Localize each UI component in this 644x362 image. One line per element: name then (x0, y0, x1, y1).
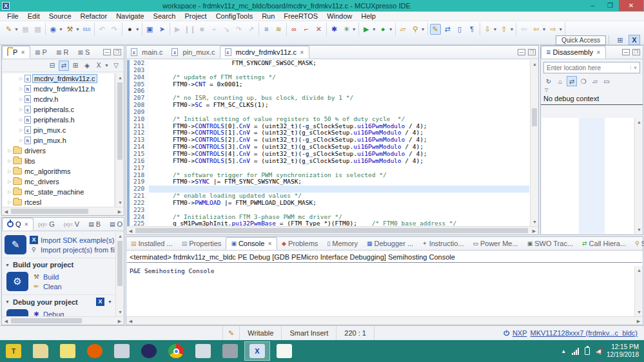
tray-expand-icon[interactable]: ▲ (561, 348, 566, 354)
tree-item-mc_drivers[interactable]: ▷mc_drivers (3, 176, 114, 187)
save-icon[interactable]: ▦ (20, 24, 31, 35)
tab-disassembly[interactable]: ≣ Disassembly ✕ (541, 46, 606, 59)
debug-section-header[interactable]: ▼Debug your project X ▼ (3, 294, 115, 308)
link-with-editor-icon[interactable]: ⇄ (59, 61, 69, 71)
console-hscrollbar[interactable]: ◀▶ (126, 316, 643, 325)
tree-expander-icon[interactable]: ▷ (6, 158, 13, 164)
home-icon[interactable]: ⌂ (555, 76, 565, 86)
tab-properties[interactable]: ▤Properties (177, 237, 226, 250)
tab-global-variables[interactable]: (x)=G (34, 218, 59, 231)
terminal-app-icon[interactable]: T (1, 341, 26, 361)
editor-mode-icon[interactable]: ✎ (222, 326, 240, 340)
find-icon[interactable]: ❍ (578, 76, 589, 86)
tree-item-mc_algorithms[interactable]: ▷mc_algorithms (3, 166, 114, 176)
tree-item-pin_mux.c[interactable]: ▷cpin_mux.c (3, 125, 114, 135)
refresh-icon[interactable]: ↻ (543, 76, 554, 86)
next-annotation-icon-dropdown[interactable]: ▼ (493, 27, 498, 32)
build-hammer-icon[interactable]: ⚒ (64, 24, 75, 35)
quickstart-vscrollbar[interactable]: ▲▼ (115, 232, 124, 316)
file-explorer-icon[interactable] (28, 341, 54, 361)
sdk-globe-icon[interactable]: ◉ (48, 24, 59, 35)
profile-icon[interactable]: ● (378, 24, 389, 35)
filter-icon[interactable]: ◈ (82, 61, 92, 71)
back-history-icon-dropdown[interactable]: ▼ (542, 27, 546, 32)
location-input[interactable] (544, 64, 630, 71)
tree-expander-icon[interactable]: ▷ (18, 86, 24, 91)
mcux-x-icon-dropdown[interactable]: ▼ (104, 63, 109, 68)
build-link[interactable]: Build (43, 273, 59, 281)
develop-perspective-icon[interactable]: X (629, 35, 640, 45)
editor-tab-main.c[interactable]: cmain.c (126, 46, 167, 59)
editor-tab-pin_mux.c[interactable]: cpin_mux.c (167, 46, 219, 59)
back-history-icon[interactable]: ⇦ (531, 24, 542, 35)
editor-minimize-icon[interactable]: — (518, 49, 525, 55)
debug-link[interactable]: Debug (43, 310, 64, 317)
tree-expander-icon[interactable]: ▷ (18, 107, 24, 112)
tree-item-peripherals.h[interactable]: ▷hperipherals.h (3, 115, 114, 125)
project-tree-hscrollbar[interactable]: ◀▶ (2, 207, 124, 215)
tree-expander-icon[interactable]: ▷ (6, 179, 13, 184)
text-editor-icon[interactable] (271, 341, 297, 361)
menu-item-refactor[interactable]: Refactor (76, 12, 112, 20)
console-output[interactable]: P&E Semihosting Console (127, 266, 634, 316)
console-vscrollbar[interactable]: ▲▼ (634, 266, 643, 316)
chrome-icon[interactable] (163, 341, 189, 361)
editor-vscrollbar[interactable]: ▲▼ (530, 60, 538, 226)
disassembly-maximize-icon[interactable]: ❐ (632, 49, 640, 55)
disassembly-tab-close-icon[interactable]: ✕ (596, 50, 601, 55)
tree-expander-icon[interactable]: ▷ (6, 189, 13, 195)
save-all-icon[interactable]: ▩ (32, 24, 43, 35)
tree-item-rtcesl[interactable]: ▷rtcesl (3, 197, 114, 207)
new-wizard-icon-dropdown[interactable]: ▼ (14, 27, 19, 32)
location-dropdown-icon[interactable]: ∨ (630, 65, 639, 70)
mcux-x-icon[interactable]: X (93, 61, 104, 71)
step-return-icon[interactable]: ↗ (246, 24, 257, 35)
tab-problems[interactable]: ◆Problems (277, 237, 322, 250)
code-line[interactable]: 216 FTM0->CONTROLS[5].CnV = (uint32_t)(g… (127, 158, 529, 165)
sdk-globe-icon-dropdown[interactable]: ▼ (59, 27, 63, 32)
import-sdk-link[interactable]: Import SDK example(s)... (41, 236, 115, 244)
tree-expander-icon[interactable]: ▷ (18, 128, 24, 133)
code-line[interactable]: 202 FTM_SYNCONF_SWSOC_MASK; (127, 60, 529, 67)
menu-item-file[interactable]: File (3, 12, 23, 20)
open-project-icon[interactable]: ▱ (398, 24, 409, 35)
menu-item-edit[interactable]: Edit (23, 12, 44, 20)
menu-item-freertos[interactable]: FreeRTOS (279, 12, 322, 20)
import-project-link[interactable]: Import project(s) from file syste (41, 246, 115, 254)
tab-registers[interactable]: ▦R (52, 46, 73, 59)
redo-icon[interactable]: ↷ (109, 24, 120, 35)
tree-item-mcdrv_frdmkv11z.c[interactable]: ▷cmcdrv_frdmkv11z.c (3, 73, 114, 84)
view-menu-icon[interactable]: ▽ (111, 61, 121, 71)
quickstart-close-icon[interactable]: ✕ (24, 222, 29, 227)
remote-desktop-icon[interactable] (109, 341, 135, 361)
search-flashlight-icon[interactable]: ⚲ (410, 24, 421, 35)
minimize-button[interactable]: – (584, 0, 601, 11)
tab-project-explorer[interactable]: P✕ (2, 46, 30, 59)
editor-tab-close-icon[interactable]: ✕ (300, 50, 304, 55)
next-annotation-icon[interactable]: ⇩ (482, 24, 493, 35)
link-editor-icon[interactable]: ⇄ (442, 24, 453, 35)
new-view-icon[interactable]: ▱ (590, 76, 600, 86)
tab-memory[interactable]: ▯Memory (322, 237, 362, 250)
back-icon[interactable]: ⇦ (518, 24, 529, 35)
tree-expander-icon[interactable]: ▷ (18, 97, 24, 102)
tree-item-mcdrv_frdmkv11z.h[interactable]: ▷hmcdrv_frdmkv11z.h (3, 84, 114, 94)
pin-icon[interactable]: ▭ (601, 76, 612, 86)
debug-probe-x-icon[interactable]: X (96, 298, 104, 306)
project-explorer-minimize-icon[interactable]: — (103, 49, 111, 55)
user-profile-icon[interactable]: ● (124, 24, 135, 35)
target-vendor-link[interactable]: NXP (512, 329, 527, 337)
run-icon-dropdown[interactable]: ▼ (372, 27, 376, 32)
tab-power-measurement[interactable]: ▭Power Me... (468, 237, 522, 250)
taskbar-clock[interactable]: 12:15 PM 12/19/2018 (607, 343, 639, 359)
tab-call-hierarchy[interactable]: ⇄Call Hiera... (578, 237, 630, 250)
menu-item-help[interactable]: Help (356, 12, 380, 20)
editor-maximize-icon[interactable]: ❐ (528, 49, 536, 55)
device-chip-icon[interactable] (217, 341, 243, 361)
maximize-button[interactable]: ❐ (601, 0, 619, 11)
menu-item-project[interactable]: Project (180, 12, 211, 20)
code-line[interactable]: 208 FTM0->SC = FTM_SC_CLKS(1); (127, 102, 529, 109)
project-tree-vscrollbar[interactable]: ▲▼ (115, 73, 124, 207)
tab-debugger[interactable]: ▦Debugger ... (362, 237, 418, 250)
ide-terminal-icon[interactable]: ▣ (144, 24, 155, 35)
